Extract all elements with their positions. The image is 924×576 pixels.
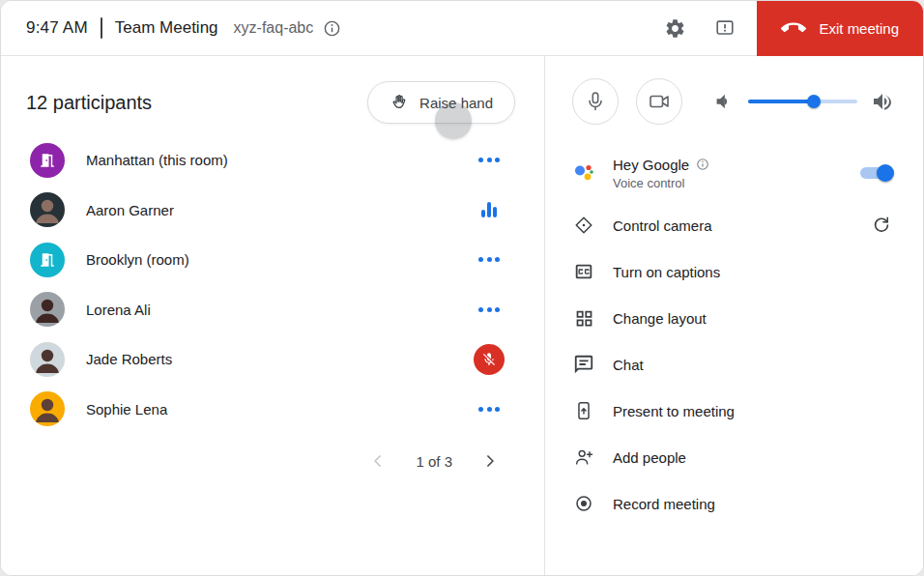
control-camera-icon (572, 214, 595, 237)
chat-icon (572, 353, 595, 376)
page-indicator: 1 of 3 (416, 453, 452, 470)
participants-count-title: 12 participants (26, 92, 152, 114)
menu-label: Add people (613, 449, 686, 466)
participant-more-button[interactable] (476, 251, 502, 268)
top-bar: 9:47 AM Team Meeting xyz-faq-abc Exit me… (1, 1, 923, 56)
menu-label: Present to meeting (613, 403, 735, 419)
hey-google-info-icon[interactable] (696, 158, 709, 171)
previous-page-chevron-icon[interactable] (366, 449, 390, 473)
participant-name: Manhattan (this room) (86, 152, 228, 168)
menu-row-hey-google[interactable]: Hey Google Voice control (572, 144, 894, 202)
volume-slider[interactable] (748, 100, 857, 103)
layout-grid-icon (572, 306, 595, 330)
raise-hand-icon (390, 93, 409, 112)
camera-icon (648, 90, 671, 113)
captions-icon (572, 260, 595, 283)
muted-mic-button[interactable] (474, 344, 505, 375)
meet-controller-window: 9:47 AM Team Meeting xyz-faq-abc Exit me… (0, 0, 924, 576)
participant-list: Manhattan (this room) Aaron Garner (1, 135, 544, 434)
participant-more-button[interactable] (476, 302, 502, 318)
hey-google-label: Hey Google (613, 157, 689, 173)
record-icon (572, 492, 595, 515)
feedback-icon[interactable] (712, 15, 737, 41)
participant-name: Jade Roberts (86, 351, 172, 367)
participants-panel: 12 participants Raise hand (1, 56, 544, 576)
call-end-icon (781, 15, 806, 41)
present-to-meeting-icon (572, 399, 595, 422)
participant-name: Lorena Ali (86, 302, 151, 318)
microphone-button[interactable] (572, 78, 619, 125)
speaking-indicator-icon (481, 202, 497, 217)
participant-name: Sophie Lena (86, 401, 167, 418)
controls-menu: Hey Google Voice control (572, 144, 894, 527)
next-page-chevron-icon[interactable] (478, 449, 502, 473)
hey-google-toggle[interactable] (858, 163, 894, 183)
menu-row-control-camera[interactable]: Control camera (572, 202, 894, 248)
participant-avatar (30, 391, 65, 426)
participants-pagination: 1 of 3 (1, 449, 544, 473)
volume-up-icon[interactable] (871, 90, 894, 113)
exit-meeting-label: Exit meeting (819, 20, 899, 37)
meeting-code: xyz-faq-abc (234, 19, 314, 37)
participant-row[interactable]: Jade Roberts (1, 334, 544, 385)
menu-label: Record meeting (613, 496, 715, 512)
participant-name: Aaron Garner (86, 202, 174, 218)
touch-indicator (435, 102, 472, 139)
menu-label: Change layout (613, 310, 707, 327)
participant-avatar (30, 342, 65, 377)
participant-row[interactable]: Lorena Ali (1, 285, 544, 335)
rotate-camera-icon[interactable] (869, 213, 894, 238)
raise-hand-button[interactable]: Raise hand (367, 81, 515, 124)
menu-row-add-people[interactable]: Add people (572, 434, 894, 480)
menu-label: Turn on captions (613, 264, 720, 280)
room-avatar (30, 143, 65, 178)
controls-panel: Hey Google Voice control (544, 56, 923, 576)
menu-row-record[interactable]: Record meeting (572, 480, 894, 527)
add-person-icon (572, 446, 595, 469)
settings-gear-icon[interactable] (662, 15, 687, 41)
google-assistant-icon (572, 161, 595, 185)
menu-row-present[interactable]: Present to meeting (572, 388, 894, 434)
title-divider (101, 17, 102, 39)
menu-row-change-layout[interactable]: Change layout (572, 295, 894, 341)
menu-row-chat[interactable]: Chat (572, 341, 894, 388)
voice-control-sublabel: Voice control (613, 176, 709, 190)
room-avatar (30, 243, 65, 277)
meeting-title: Team Meeting (115, 18, 218, 38)
participant-row[interactable]: Aaron Garner (1, 186, 544, 236)
volume-slider-fill (748, 100, 814, 103)
volume-slider-thumb[interactable] (807, 95, 821, 108)
participant-more-button[interactable] (476, 152, 502, 168)
participant-row[interactable]: Brooklyn (room) (1, 235, 544, 285)
menu-label: Control camera (613, 217, 712, 234)
meeting-info-icon[interactable] (322, 18, 341, 38)
clock-time: 9:47 AM (26, 18, 88, 38)
participant-row[interactable]: Manhattan (this room) (1, 135, 544, 186)
participant-row[interactable]: Sophie Lena (1, 385, 544, 435)
volume-down-icon[interactable] (711, 90, 735, 113)
menu-label: Chat (613, 357, 644, 373)
camera-button[interactable] (636, 78, 682, 125)
menu-row-captions[interactable]: Turn on captions (572, 248, 894, 295)
participant-avatar (30, 192, 65, 227)
microphone-icon (584, 90, 607, 113)
participant-name: Brooklyn (room) (86, 251, 189, 268)
participant-more-button[interactable] (476, 401, 502, 418)
participant-avatar (30, 292, 65, 327)
exit-meeting-button[interactable]: Exit meeting (757, 1, 923, 56)
av-controls-row (572, 78, 894, 125)
